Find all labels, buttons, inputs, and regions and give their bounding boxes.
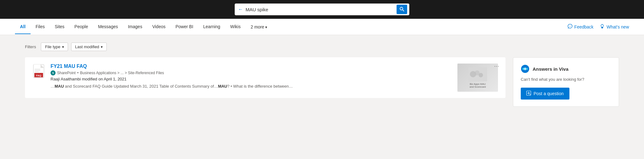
results-area: FAQ FY21 MAU FAQ S SharePoint • Bu bbox=[25, 57, 619, 107]
main-content: Filters File type Last modified bbox=[0, 35, 644, 159]
sidebar-card-desc: Can't find what you are looking for? bbox=[521, 76, 611, 83]
search-container: ← bbox=[235, 3, 409, 15]
path-separator: • bbox=[77, 71, 78, 75]
svg-point-22 bbox=[524, 68, 526, 70]
search-button[interactable] bbox=[397, 5, 407, 14]
file-type-label: File type bbox=[45, 44, 60, 49]
path-rest: Business Applications > ... > Site-Refer… bbox=[80, 71, 164, 75]
thumb-label2: and Scorecard bbox=[470, 85, 486, 88]
feedback-button[interactable]: Feedback bbox=[568, 24, 593, 30]
file-type-filter[interactable]: File type bbox=[41, 43, 68, 51]
tab-files[interactable]: Files bbox=[31, 20, 50, 34]
thumbnail-inner: Biz Apps MAU and Scorecard bbox=[457, 64, 498, 92]
viva-icon bbox=[521, 64, 529, 73]
svg-rect-8 bbox=[34, 64, 41, 73]
more-label: 2 more bbox=[251, 24, 264, 29]
sidebar-card: Answers in Viva Can't find what you are … bbox=[513, 57, 619, 107]
svg-point-2 bbox=[569, 26, 569, 27]
results-list: FAQ FY21 MAU FAQ S SharePoint • Bu bbox=[25, 57, 505, 107]
tab-images[interactable]: Images bbox=[123, 20, 147, 34]
tab-learning[interactable]: Learning bbox=[198, 20, 225, 34]
thumbnail-image bbox=[468, 67, 487, 81]
snippet-bold2: MAU bbox=[218, 84, 227, 89]
nav-bar: All Files Sites People Messages Images V… bbox=[0, 19, 644, 35]
last-modified-label: Last modified bbox=[75, 44, 99, 49]
sidebar-card-title: Answers in Viva bbox=[533, 66, 568, 72]
post-question-button[interactable]: Post a question bbox=[521, 88, 569, 100]
post-question-icon bbox=[526, 91, 531, 96]
back-arrow-icon: ← bbox=[238, 7, 243, 12]
sidebar-card-header: Answers in Viva bbox=[521, 64, 611, 73]
tab-sites[interactable]: Sites bbox=[50, 20, 69, 34]
table-row: FAQ FY21 MAU FAQ S SharePoint • Bu bbox=[25, 57, 505, 98]
tab-more[interactable]: 2 more bbox=[246, 20, 272, 34]
filters-label: Filters bbox=[25, 44, 36, 49]
result-more-button[interactable]: ··· bbox=[494, 64, 499, 69]
snippet-mid1: and Scorecard FAQ Guide Updated March 31… bbox=[64, 84, 218, 89]
nav-tabs: All Files Sites People Messages Images V… bbox=[15, 20, 568, 34]
post-question-label: Post a question bbox=[534, 91, 564, 96]
tab-powerbi[interactable]: Power BI bbox=[170, 20, 198, 34]
search-icon bbox=[399, 7, 404, 13]
filters-bar: Filters File type Last modified bbox=[25, 41, 619, 54]
result-file-icon: FAQ bbox=[32, 64, 45, 79]
snippet-before: … bbox=[51, 84, 55, 89]
whats-new-label: What's new bbox=[607, 24, 629, 29]
snippet-bold1: MAU bbox=[55, 84, 64, 89]
tab-wikis[interactable]: Wikis bbox=[225, 20, 246, 34]
chevron-down-icon bbox=[265, 24, 267, 29]
tab-people[interactable]: People bbox=[70, 20, 93, 34]
svg-point-3 bbox=[570, 26, 570, 27]
svg-rect-6 bbox=[602, 28, 603, 28]
search-input[interactable] bbox=[246, 7, 397, 12]
modified-by: Raaji Asaithambi bbox=[51, 77, 81, 81]
path-site: SharePoint bbox=[57, 71, 76, 75]
svg-rect-5 bbox=[602, 28, 603, 28]
svg-point-4 bbox=[570, 26, 571, 27]
result-thumbnail: Biz Apps MAU and Scorecard bbox=[457, 64, 498, 92]
top-bar: ← bbox=[0, 0, 644, 19]
svg-text:FAQ: FAQ bbox=[36, 74, 41, 77]
feedback-icon bbox=[568, 24, 573, 30]
tab-all[interactable]: All bbox=[15, 20, 31, 34]
result-snippet: …MAU and Scorecard FAQ Guide Updated Mar… bbox=[51, 83, 452, 90]
svg-line-1 bbox=[402, 10, 404, 11]
whats-new-button[interactable]: What's new bbox=[600, 24, 629, 30]
sharepoint-icon: S bbox=[51, 70, 56, 75]
thumbnail-label: Biz Apps MAU and Scorecard bbox=[468, 83, 487, 88]
tab-videos[interactable]: Videos bbox=[147, 20, 171, 34]
result-path: S SharePoint • Business Applications > .… bbox=[51, 70, 452, 75]
sp-letter: S bbox=[52, 71, 54, 74]
result-modified: Raaji Asaithambi modified on April 1, 20… bbox=[51, 77, 452, 81]
last-modified-chevron-icon bbox=[101, 44, 103, 49]
svg-point-21 bbox=[526, 68, 528, 70]
feedback-label: Feedback bbox=[574, 24, 593, 29]
svg-point-20 bbox=[523, 68, 525, 70]
back-button[interactable]: ← bbox=[238, 7, 246, 12]
file-type-chevron-icon bbox=[62, 44, 64, 49]
lightbulb-icon bbox=[600, 24, 605, 30]
svg-point-18 bbox=[479, 73, 483, 77]
result-title[interactable]: FY21 MAU FAQ bbox=[51, 64, 87, 69]
modified-date: modified on April 1, 2021 bbox=[82, 77, 126, 81]
tab-messages[interactable]: Messages bbox=[93, 20, 123, 34]
result-body: FY21 MAU FAQ S SharePoint • Business App… bbox=[51, 64, 452, 92]
snippet-mid2: ? • What is the difference between… bbox=[227, 84, 293, 89]
nav-actions: Feedback What's new bbox=[568, 24, 629, 30]
last-modified-filter[interactable]: Last modified bbox=[71, 43, 107, 51]
thumb-label1: Biz Apps MAU bbox=[470, 83, 485, 85]
